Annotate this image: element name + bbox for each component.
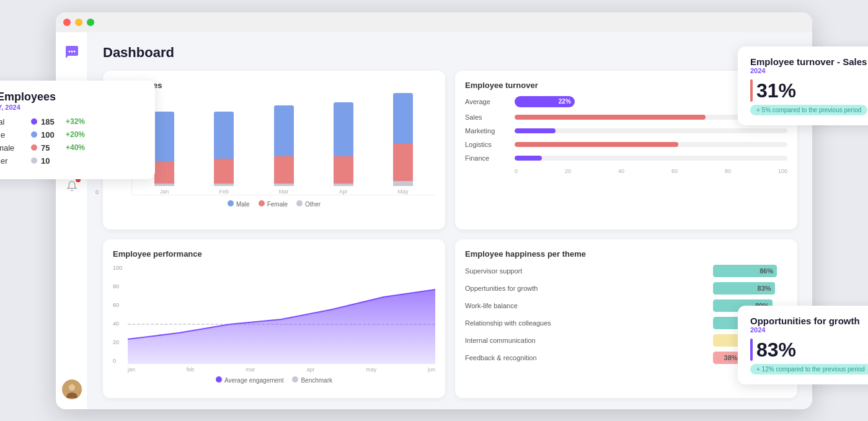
happiness-bar-wrap-supervisor: 86% xyxy=(713,265,787,277)
svg-point-8 xyxy=(69,384,75,391)
page-title: Dashboard xyxy=(103,45,797,61)
bar-male-jan xyxy=(154,112,174,161)
turnover-label-average: Average xyxy=(465,98,515,105)
turnover-val-average: 22% xyxy=(559,98,571,105)
bar-label-apr: Apr xyxy=(339,188,348,195)
bar-stack-may xyxy=(393,93,413,186)
emp-label-female: Female xyxy=(0,143,31,153)
fts-badge: + 5% compared to the previous period xyxy=(750,105,867,115)
happiness-label-supervisor: Supervisor support xyxy=(465,267,713,275)
employees-chart-title: # Employees xyxy=(113,81,435,90)
bar-group-may: May xyxy=(377,93,429,195)
emp-stat-female: Female 75 +40% xyxy=(0,143,143,153)
turnover-bar-marketing xyxy=(515,128,556,133)
happiness-row-growth: Oppertunities for growth 83% xyxy=(465,282,787,295)
emp-change-total: +32% xyxy=(66,117,85,126)
bar-label-feb: Feb xyxy=(219,188,229,195)
fts-year: 2024 xyxy=(750,67,868,74)
sidebar-avatar[interactable] xyxy=(62,379,82,399)
perf-y-labels: 100 80 60 40 20 0 xyxy=(113,265,128,364)
emp-dot-female xyxy=(31,144,37,151)
bar-female-jan xyxy=(154,161,174,184)
turnover-row-finance: Finance xyxy=(465,154,787,162)
legend-male: Male xyxy=(228,200,250,208)
performance-card-title: Employee performance xyxy=(113,249,435,259)
float-turnover-sales-card: Employee turnover - Sales 2024 31% + 5% … xyxy=(738,47,868,125)
bar-stack-mar xyxy=(274,105,294,186)
bar-group-apr: Apr xyxy=(317,102,370,195)
bar-stack-jan xyxy=(154,112,174,186)
fg-year: 2024 xyxy=(750,326,868,334)
employees-chart-area: Jan Feb xyxy=(131,96,435,195)
emp-dot-male xyxy=(31,131,37,138)
dot-red[interactable] xyxy=(63,19,71,26)
app-layout: Dashboard # Employees 200 160 120 80 40 … xyxy=(56,32,812,409)
turnover-label-finance: Finance xyxy=(465,154,515,162)
svg-point-1 xyxy=(71,50,73,52)
float-emp-title: # Employees xyxy=(0,91,143,104)
legend-dot-female xyxy=(259,200,265,206)
happiness-label-internal: Internal communication xyxy=(465,337,713,344)
fg-title: Opportunities for growth xyxy=(750,316,868,326)
happiness-label-relationship: Relationship with colleagues xyxy=(465,319,713,327)
bar-group-mar: Mar xyxy=(257,105,309,195)
legend-dot-engagement xyxy=(216,376,222,383)
bar-label-jan: Jan xyxy=(160,188,169,195)
dot-yellow[interactable] xyxy=(75,19,82,26)
turnover-label-logistics: Logistics xyxy=(465,141,515,148)
turnover-bar-average: 22% xyxy=(515,96,575,107)
turnover-label-marketing: Marketing xyxy=(465,127,515,135)
happiness-label-growth: Oppertunities for growth xyxy=(465,285,713,292)
fg-pct-row: 83% xyxy=(750,339,868,361)
happiness-card-title: Employee happiness per theme xyxy=(465,249,787,259)
fts-pct-row: 31% xyxy=(750,79,868,102)
bar-male-apr xyxy=(334,102,353,156)
happiness-pct-feedback: 38% xyxy=(724,354,738,361)
perf-legend-engagement: Average engagement xyxy=(216,376,283,384)
turnover-bar-finance xyxy=(515,156,542,161)
happiness-pct-growth: 83% xyxy=(758,285,771,292)
bar-female-may xyxy=(393,144,413,181)
dot-green[interactable] xyxy=(87,19,94,26)
main-content: Dashboard # Employees 200 160 120 80 40 … xyxy=(88,32,812,409)
svg-point-0 xyxy=(68,50,70,52)
bar-other-may xyxy=(393,181,413,186)
turnover-bar-logistics xyxy=(515,142,678,147)
turnover-bar-bg-finance xyxy=(515,156,787,161)
turnover-x-axis: 0 20 40 60 80 100 xyxy=(515,168,787,174)
bar-other-feb xyxy=(214,184,234,186)
emp-label-total: Total xyxy=(0,117,31,126)
svg-point-2 xyxy=(73,50,75,52)
legend-female: Female xyxy=(259,200,288,208)
fg-percentage: 83% xyxy=(756,339,796,361)
happiness-bar-growth: 83% xyxy=(713,282,775,295)
browser-window: # Employees MAY, 2024 Total 185 +32% Mal… xyxy=(56,12,812,409)
employees-chart-legend: Male Female Other xyxy=(113,200,435,208)
happiness-bar-supervisor: 86% xyxy=(713,265,777,277)
emp-stat-other: Other 10 xyxy=(0,156,143,166)
emp-value-other: 10 xyxy=(41,156,66,166)
performance-card: Employee performance 100 80 60 40 20 0 xyxy=(103,239,445,398)
bar-male-mar xyxy=(274,105,294,156)
perf-x-labels: jan feb mar apr may jun xyxy=(113,366,435,373)
bar-label-may: May xyxy=(397,188,408,195)
float-growth-card: Opportunities for growth 2024 83% + 12% … xyxy=(738,306,868,384)
turnover-bar-bg-logistics xyxy=(515,142,787,147)
bar-male-may xyxy=(393,93,413,144)
bar-label-mar: Mar xyxy=(279,188,289,195)
fg-bar xyxy=(750,339,753,361)
happiness-label-worklife: Work-life balance xyxy=(465,302,713,309)
performance-svg xyxy=(128,265,435,364)
emp-change-female: +40% xyxy=(66,143,85,152)
emp-value-total: 185 xyxy=(41,117,66,126)
happiness-row-supervisor: Supervisor support 86% xyxy=(465,265,787,277)
turnover-label-sales: Sales xyxy=(465,113,515,121)
bar-female-feb xyxy=(214,159,234,184)
float-emp-date: MAY, 2024 xyxy=(0,104,143,111)
fts-title: Employee turnover - Sales xyxy=(750,56,868,67)
emp-label-male: Male xyxy=(0,130,31,140)
bar-female-apr xyxy=(334,156,353,184)
legend-other: Other xyxy=(296,200,321,208)
bar-other-apr xyxy=(334,184,353,186)
happiness-label-feedback: Feedback & recognition xyxy=(465,354,713,361)
